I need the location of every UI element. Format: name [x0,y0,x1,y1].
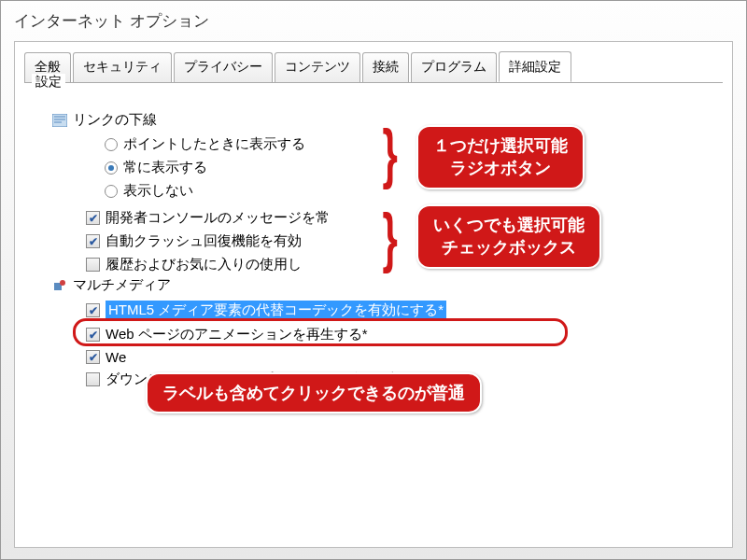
checkbox-placeholder[interactable] [86,372,100,386]
section-title-links: リンクの下線 [73,111,157,129]
radio-item-hover[interactable]: ポイントしたときに表示する [105,133,704,156]
multimedia-icon [52,278,67,293]
tab-privacy[interactable]: プライバシー [174,52,273,83]
checkbox-crashrecovery[interactable] [86,234,100,248]
callout-radio: １つだけ選択可能 ラジオボタン [416,125,585,189]
check-label-crashrecovery[interactable]: 自動クラッシュ回復機能を有効 [106,232,302,250]
check-label-html5codec[interactable]: HTML5 メディア要素の代替コーデックを有効にする* [106,301,446,320]
checkbox-history[interactable] [86,258,100,272]
svg-rect-0 [52,114,67,127]
section-title-multimedia: マルチメディア [73,276,171,294]
radio-hover[interactable] [105,138,118,151]
radio-label-always[interactable]: 常に表示する [123,159,207,176]
window-title: インターネット オプション [1,1,746,41]
advanced-panel: 設定 リンクの下線 ポイントしたときに表示する [24,82,723,548]
check-item-webanim[interactable]: Web ページのアニメーションを再生する* [86,323,704,346]
section-header-links: リンクの下線 [52,111,704,129]
check-label-web2[interactable]: We [106,349,126,365]
radio-label-never[interactable]: 表示しない [123,182,193,200]
radio-always[interactable] [105,161,118,175]
tab-connections[interactable]: 接続 [362,52,409,83]
tab-security[interactable]: セキュリティ [73,52,172,83]
check-label-webanim[interactable]: Web ページのアニメーションを再生する* [106,326,368,343]
brace-radio: } [382,120,397,186]
checkbox-html5codec[interactable] [86,303,100,317]
tab-strip: 全般 セキュリティ プライバシー コンテンツ 接続 プログラム 詳細設定 [15,42,732,82]
radio-never[interactable] [105,185,118,198]
tab-programs[interactable]: プログラム [411,52,497,83]
document-icon [52,113,67,128]
radio-item-never[interactable]: 表示しない [105,179,704,203]
section-links: リンクの下線 ポイントしたときに表示する 常に表示する 表示しない [52,111,704,203]
radio-item-always[interactable]: 常に表示する [105,156,704,179]
tab-advanced[interactable]: 詳細設定 [499,51,571,82]
content-frame: 全般 セキュリティ プライバシー コンテンツ 接続 プログラム 詳細設定 設定 … [14,41,733,548]
check-item-web2[interactable]: We [86,346,704,368]
callout-label: ラベルも含めてクリックできるのが普通 [146,372,482,413]
callout-checkbox: いくつでも選択可能 チェックボックス [416,204,601,269]
svg-point-5 [60,280,65,286]
check-item-html5codec[interactable]: HTML5 メディア要素の代替コーデックを有効にする* [86,298,704,323]
check-label-devconsole[interactable]: 開発者コンソールのメッセージを常 [106,209,330,227]
radio-label-hover[interactable]: ポイントしたときに表示する [123,135,305,153]
options-window: インターネット オプション 全般 セキュリティ プライバシー コンテンツ 接続 … [0,0,747,560]
tab-content[interactable]: コンテンツ [275,52,360,83]
checkbox-devconsole[interactable] [86,211,100,225]
settings-tree: リンクの下線 ポイントしたときに表示する 常に表示する 表示しない [24,83,723,413]
checkbox-webanim[interactable] [86,328,100,342]
fieldset-legend: 設定 [32,74,65,91]
brace-checkbox: } [382,204,397,270]
section-header-multimedia: マルチメディア [52,276,704,294]
checkbox-web2[interactable] [86,350,100,364]
check-label-history[interactable]: 履歴およびお気に入りの使用し [106,256,302,273]
